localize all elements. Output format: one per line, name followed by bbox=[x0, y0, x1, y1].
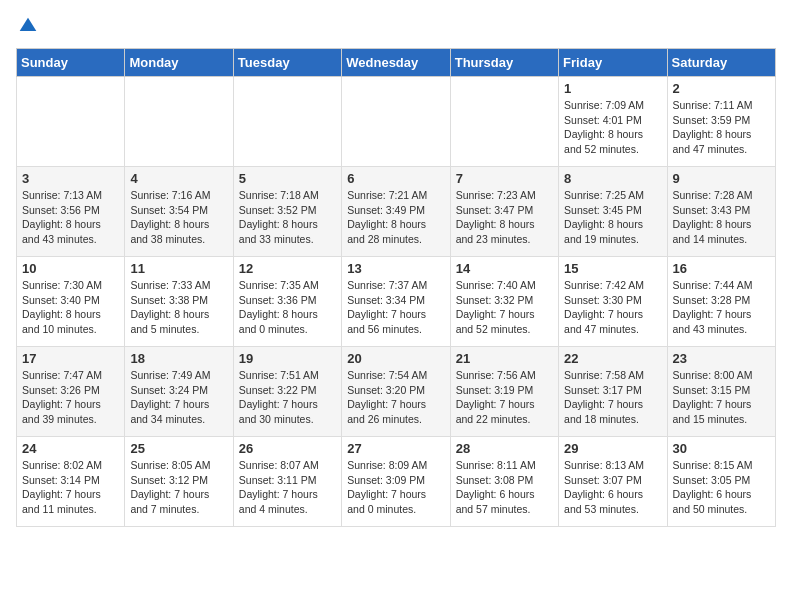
cell-day-number: 17 bbox=[22, 351, 119, 366]
cell-info: Sunrise: 8:02 AM Sunset: 3:14 PM Dayligh… bbox=[22, 458, 119, 517]
cell-day-number: 15 bbox=[564, 261, 661, 276]
cell-day-number: 21 bbox=[456, 351, 553, 366]
cell-info: Sunrise: 7:09 AM Sunset: 4:01 PM Dayligh… bbox=[564, 98, 661, 157]
calendar-cell: 7Sunrise: 7:23 AM Sunset: 3:47 PM Daylig… bbox=[450, 167, 558, 257]
cell-day-number: 16 bbox=[673, 261, 770, 276]
calendar-cell: 20Sunrise: 7:54 AM Sunset: 3:20 PM Dayli… bbox=[342, 347, 450, 437]
calendar-cell: 22Sunrise: 7:58 AM Sunset: 3:17 PM Dayli… bbox=[559, 347, 667, 437]
cell-day-number: 9 bbox=[673, 171, 770, 186]
logo bbox=[16, 16, 38, 36]
day-header-thursday: Thursday bbox=[450, 49, 558, 77]
cell-day-number: 13 bbox=[347, 261, 444, 276]
cell-day-number: 10 bbox=[22, 261, 119, 276]
cell-info: Sunrise: 7:44 AM Sunset: 3:28 PM Dayligh… bbox=[673, 278, 770, 337]
cell-info: Sunrise: 8:09 AM Sunset: 3:09 PM Dayligh… bbox=[347, 458, 444, 517]
days-header-row: SundayMondayTuesdayWednesdayThursdayFrid… bbox=[17, 49, 776, 77]
cell-day-number: 29 bbox=[564, 441, 661, 456]
cell-day-number: 2 bbox=[673, 81, 770, 96]
cell-day-number: 27 bbox=[347, 441, 444, 456]
calendar-cell: 14Sunrise: 7:40 AM Sunset: 3:32 PM Dayli… bbox=[450, 257, 558, 347]
calendar-cell: 19Sunrise: 7:51 AM Sunset: 3:22 PM Dayli… bbox=[233, 347, 341, 437]
calendar-cell: 23Sunrise: 8:00 AM Sunset: 3:15 PM Dayli… bbox=[667, 347, 775, 437]
cell-info: Sunrise: 7:42 AM Sunset: 3:30 PM Dayligh… bbox=[564, 278, 661, 337]
cell-day-number: 28 bbox=[456, 441, 553, 456]
logo-icon bbox=[18, 16, 38, 36]
cell-day-number: 19 bbox=[239, 351, 336, 366]
calendar-cell: 18Sunrise: 7:49 AM Sunset: 3:24 PM Dayli… bbox=[125, 347, 233, 437]
calendar-cell: 12Sunrise: 7:35 AM Sunset: 3:36 PM Dayli… bbox=[233, 257, 341, 347]
cell-info: Sunrise: 7:23 AM Sunset: 3:47 PM Dayligh… bbox=[456, 188, 553, 247]
cell-day-number: 3 bbox=[22, 171, 119, 186]
calendar-cell: 30Sunrise: 8:15 AM Sunset: 3:05 PM Dayli… bbox=[667, 437, 775, 527]
cell-info: Sunrise: 8:11 AM Sunset: 3:08 PM Dayligh… bbox=[456, 458, 553, 517]
cell-info: Sunrise: 7:13 AM Sunset: 3:56 PM Dayligh… bbox=[22, 188, 119, 247]
cell-day-number: 11 bbox=[130, 261, 227, 276]
cell-info: Sunrise: 8:15 AM Sunset: 3:05 PM Dayligh… bbox=[673, 458, 770, 517]
week-row-1: 1Sunrise: 7:09 AM Sunset: 4:01 PM Daylig… bbox=[17, 77, 776, 167]
cell-info: Sunrise: 8:00 AM Sunset: 3:15 PM Dayligh… bbox=[673, 368, 770, 427]
cell-info: Sunrise: 7:25 AM Sunset: 3:45 PM Dayligh… bbox=[564, 188, 661, 247]
cell-info: Sunrise: 7:30 AM Sunset: 3:40 PM Dayligh… bbox=[22, 278, 119, 337]
cell-day-number: 6 bbox=[347, 171, 444, 186]
cell-info: Sunrise: 8:13 AM Sunset: 3:07 PM Dayligh… bbox=[564, 458, 661, 517]
cell-day-number: 4 bbox=[130, 171, 227, 186]
calendar-cell: 21Sunrise: 7:56 AM Sunset: 3:19 PM Dayli… bbox=[450, 347, 558, 437]
week-row-4: 17Sunrise: 7:47 AM Sunset: 3:26 PM Dayli… bbox=[17, 347, 776, 437]
cell-day-number: 1 bbox=[564, 81, 661, 96]
cell-day-number: 22 bbox=[564, 351, 661, 366]
calendar-cell: 3Sunrise: 7:13 AM Sunset: 3:56 PM Daylig… bbox=[17, 167, 125, 257]
cell-info: Sunrise: 7:40 AM Sunset: 3:32 PM Dayligh… bbox=[456, 278, 553, 337]
calendar-cell: 24Sunrise: 8:02 AM Sunset: 3:14 PM Dayli… bbox=[17, 437, 125, 527]
calendar-cell: 6Sunrise: 7:21 AM Sunset: 3:49 PM Daylig… bbox=[342, 167, 450, 257]
calendar-cell: 11Sunrise: 7:33 AM Sunset: 3:38 PM Dayli… bbox=[125, 257, 233, 347]
cell-info: Sunrise: 7:47 AM Sunset: 3:26 PM Dayligh… bbox=[22, 368, 119, 427]
header bbox=[16, 16, 776, 36]
calendar-cell bbox=[342, 77, 450, 167]
cell-info: Sunrise: 7:49 AM Sunset: 3:24 PM Dayligh… bbox=[130, 368, 227, 427]
calendar-cell: 4Sunrise: 7:16 AM Sunset: 3:54 PM Daylig… bbox=[125, 167, 233, 257]
cell-info: Sunrise: 8:07 AM Sunset: 3:11 PM Dayligh… bbox=[239, 458, 336, 517]
calendar-cell bbox=[450, 77, 558, 167]
calendar-cell: 13Sunrise: 7:37 AM Sunset: 3:34 PM Dayli… bbox=[342, 257, 450, 347]
calendar-cell: 29Sunrise: 8:13 AM Sunset: 3:07 PM Dayli… bbox=[559, 437, 667, 527]
calendar-cell: 28Sunrise: 8:11 AM Sunset: 3:08 PM Dayli… bbox=[450, 437, 558, 527]
day-header-friday: Friday bbox=[559, 49, 667, 77]
calendar-cell: 25Sunrise: 8:05 AM Sunset: 3:12 PM Dayli… bbox=[125, 437, 233, 527]
calendar-cell bbox=[17, 77, 125, 167]
cell-info: Sunrise: 7:37 AM Sunset: 3:34 PM Dayligh… bbox=[347, 278, 444, 337]
cell-info: Sunrise: 7:33 AM Sunset: 3:38 PM Dayligh… bbox=[130, 278, 227, 337]
week-row-3: 10Sunrise: 7:30 AM Sunset: 3:40 PM Dayli… bbox=[17, 257, 776, 347]
week-row-2: 3Sunrise: 7:13 AM Sunset: 3:56 PM Daylig… bbox=[17, 167, 776, 257]
calendar-cell bbox=[125, 77, 233, 167]
calendar-cell: 17Sunrise: 7:47 AM Sunset: 3:26 PM Dayli… bbox=[17, 347, 125, 437]
cell-info: Sunrise: 7:51 AM Sunset: 3:22 PM Dayligh… bbox=[239, 368, 336, 427]
calendar-cell: 10Sunrise: 7:30 AM Sunset: 3:40 PM Dayli… bbox=[17, 257, 125, 347]
cell-day-number: 5 bbox=[239, 171, 336, 186]
calendar-cell: 1Sunrise: 7:09 AM Sunset: 4:01 PM Daylig… bbox=[559, 77, 667, 167]
day-header-saturday: Saturday bbox=[667, 49, 775, 77]
cell-day-number: 25 bbox=[130, 441, 227, 456]
cell-info: Sunrise: 7:11 AM Sunset: 3:59 PM Dayligh… bbox=[673, 98, 770, 157]
cell-day-number: 24 bbox=[22, 441, 119, 456]
day-header-sunday: Sunday bbox=[17, 49, 125, 77]
cell-info: Sunrise: 7:18 AM Sunset: 3:52 PM Dayligh… bbox=[239, 188, 336, 247]
day-header-monday: Monday bbox=[125, 49, 233, 77]
calendar-cell: 27Sunrise: 8:09 AM Sunset: 3:09 PM Dayli… bbox=[342, 437, 450, 527]
cell-info: Sunrise: 7:58 AM Sunset: 3:17 PM Dayligh… bbox=[564, 368, 661, 427]
calendar-cell bbox=[233, 77, 341, 167]
calendar-cell: 8Sunrise: 7:25 AM Sunset: 3:45 PM Daylig… bbox=[559, 167, 667, 257]
cell-info: Sunrise: 7:21 AM Sunset: 3:49 PM Dayligh… bbox=[347, 188, 444, 247]
day-header-wednesday: Wednesday bbox=[342, 49, 450, 77]
cell-info: Sunrise: 7:16 AM Sunset: 3:54 PM Dayligh… bbox=[130, 188, 227, 247]
svg-marker-0 bbox=[20, 18, 37, 31]
cell-info: Sunrise: 7:35 AM Sunset: 3:36 PM Dayligh… bbox=[239, 278, 336, 337]
calendar-cell: 5Sunrise: 7:18 AM Sunset: 3:52 PM Daylig… bbox=[233, 167, 341, 257]
cell-day-number: 7 bbox=[456, 171, 553, 186]
cell-day-number: 30 bbox=[673, 441, 770, 456]
cell-info: Sunrise: 7:56 AM Sunset: 3:19 PM Dayligh… bbox=[456, 368, 553, 427]
cell-day-number: 12 bbox=[239, 261, 336, 276]
cell-day-number: 14 bbox=[456, 261, 553, 276]
calendar-cell: 26Sunrise: 8:07 AM Sunset: 3:11 PM Dayli… bbox=[233, 437, 341, 527]
cell-day-number: 26 bbox=[239, 441, 336, 456]
calendar-cell: 16Sunrise: 7:44 AM Sunset: 3:28 PM Dayli… bbox=[667, 257, 775, 347]
